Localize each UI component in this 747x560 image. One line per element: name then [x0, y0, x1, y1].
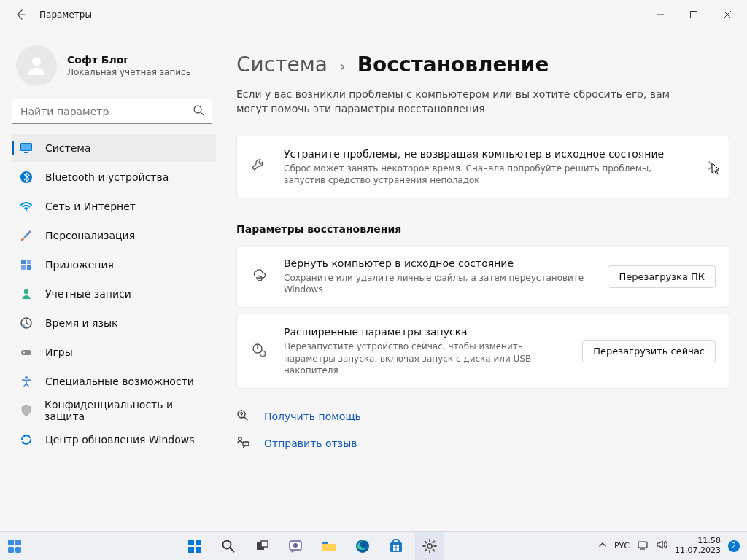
nav-update[interactable]: Центр обновления Windows [12, 426, 216, 454]
store-button[interactable] [382, 532, 411, 561]
svg-point-2 [194, 106, 201, 113]
nav-label: Bluetooth и устройства [45, 171, 169, 183]
bluetooth-icon [19, 170, 34, 184]
svg-rect-11 [27, 265, 31, 270]
task-view-button[interactable] [247, 532, 276, 561]
card-reset-pc: Вернуть компьютер в исходное состояние С… [236, 245, 729, 308]
settings-button[interactable] [415, 532, 444, 561]
tray-language[interactable]: РУС [614, 541, 630, 551]
nav-label: Учетные записи [45, 288, 131, 300]
start-button[interactable] [180, 532, 209, 561]
nav-label: Специальные возможности [45, 376, 194, 387]
svg-rect-8 [21, 260, 26, 264]
svg-point-18 [25, 376, 28, 379]
nav-accounts[interactable]: Учетные записи [12, 280, 216, 308]
edge-button[interactable] [348, 532, 377, 561]
svg-point-17 [28, 352, 29, 354]
nav-label: Игры [45, 346, 73, 358]
reset-pc-button[interactable]: Перезагрузка ПК [608, 265, 716, 288]
card-sub: Сохраните или удалите личные файлы, а за… [284, 272, 593, 295]
nav-personalization[interactable]: Персонализация [12, 222, 216, 249]
system-tray[interactable]: РУС 11:58 11.07.2023 2 [595, 537, 747, 555]
nav-system[interactable]: Система [12, 134, 216, 162]
nav-accessibility[interactable]: Специальные возможности [12, 368, 216, 395]
svg-point-7 [26, 209, 27, 211]
search-icon [193, 104, 204, 119]
chevron-right-icon [705, 160, 716, 174]
svg-rect-32 [196, 547, 201, 553]
nav: Система Bluetooth и устройства Сеть и Ин… [12, 134, 216, 454]
chat-button[interactable] [281, 532, 310, 561]
maximize-button[interactable] [677, 3, 711, 26]
svg-rect-26 [15, 540, 21, 545]
breadcrumb-root[interactable]: Система [236, 52, 328, 77]
taskbar: РУС 11:58 11.07.2023 2 [0, 531, 747, 560]
restart-now-button[interactable]: Перезагрузить сейчас [582, 340, 716, 362]
section-title: Параметры восстановления [236, 223, 729, 235]
nav-network[interactable]: Сеть и Интернет [12, 192, 216, 220]
person-icon [19, 287, 34, 301]
svg-rect-4 [21, 144, 31, 150]
feedback-link[interactable]: Отправить отзыв [236, 436, 729, 451]
nav-gaming[interactable]: Игры [12, 338, 216, 366]
svg-rect-15 [21, 350, 31, 355]
widgets-button[interactable] [0, 532, 29, 561]
nav-label: Время и язык [45, 317, 117, 329]
card-troubleshoot[interactable]: Устраните проблемы, не возвращая компьют… [236, 136, 729, 198]
tray-overflow-icon[interactable] [598, 540, 607, 551]
close-button[interactable] [711, 3, 744, 26]
feedback-icon [236, 436, 251, 451]
svg-point-1 [32, 57, 41, 66]
page-description: Если у вас возникли проблемы с компьютер… [236, 87, 703, 117]
titlebar: Параметры [0, 0, 747, 29]
card-title: Расширенные параметры запуска [284, 326, 568, 338]
search-button[interactable] [214, 532, 243, 561]
card-advanced-startup: Расширенные параметры запуска Перезапуст… [236, 314, 729, 389]
nav-bluetooth[interactable]: Bluetooth и устройства [12, 163, 216, 191]
search-box[interactable] [12, 99, 212, 124]
cloud-reset-icon [250, 266, 269, 287]
card-sub: Сброс может занять некоторое время. Снач… [284, 163, 691, 186]
link-label: Отправить отзыв [264, 438, 357, 449]
clock[interactable]: 11:58 11.07.2023 [675, 537, 721, 555]
profile[interactable]: Софт Блог Локальная учетная запись [12, 41, 216, 99]
power-gear-icon [250, 341, 269, 362]
svg-rect-42 [396, 545, 399, 548]
notification-badge[interactable]: 2 [728, 540, 740, 552]
network-icon[interactable] [637, 539, 649, 553]
back-button[interactable] [9, 3, 32, 26]
svg-point-16 [23, 352, 25, 354]
explorer-button[interactable] [314, 532, 344, 561]
wifi-icon [19, 199, 34, 214]
svg-rect-29 [188, 540, 194, 545]
svg-rect-27 [8, 547, 14, 553]
nav-apps[interactable]: Приложения [12, 251, 216, 279]
gamepad-icon [19, 345, 34, 359]
nav-label: Персонализация [45, 230, 135, 241]
wrench-icon [250, 158, 269, 176]
card-title: Вернуть компьютер в исходное состояние [284, 257, 593, 269]
help-icon [236, 409, 251, 424]
link-label: Получить помощь [264, 411, 361, 422]
main-content: Система › Восстановление Если у вас возн… [219, 29, 747, 531]
nav-label: Центр обновления Windows [45, 434, 194, 446]
svg-rect-43 [393, 548, 396, 551]
chevron-right-icon: › [339, 57, 346, 75]
svg-point-33 [222, 540, 231, 548]
svg-point-20 [260, 351, 266, 356]
nav-time[interactable]: Время и язык [12, 309, 216, 337]
window-title: Параметры [39, 9, 92, 20]
search-input[interactable] [12, 99, 212, 124]
svg-rect-9 [27, 260, 31, 264]
svg-point-37 [293, 543, 298, 548]
nav-privacy[interactable]: Конфиденциальность и защита [12, 397, 216, 424]
svg-rect-31 [188, 547, 194, 553]
minimize-button[interactable] [643, 3, 677, 26]
svg-rect-5 [24, 152, 28, 153]
volume-icon[interactable] [656, 539, 667, 553]
svg-rect-46 [638, 542, 647, 548]
nav-label: Система [45, 142, 90, 154]
apps-icon [19, 257, 34, 272]
page-title: Восстановление [357, 52, 549, 77]
get-help-link[interactable]: Получить помощь [236, 409, 729, 424]
